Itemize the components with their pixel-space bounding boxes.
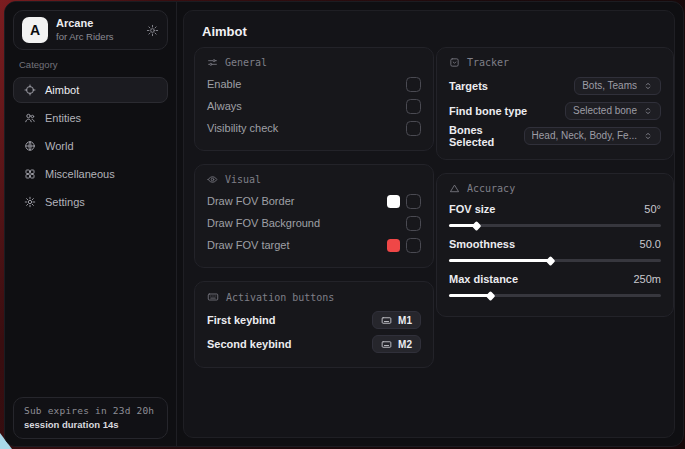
eye-icon <box>207 174 218 185</box>
setting-label: First keybind <box>207 314 275 326</box>
chevrons-up-down-icon <box>643 81 653 91</box>
sidebar-item-settings[interactable]: Settings <box>13 189 168 215</box>
fov-border-color-swatch[interactable] <box>387 195 400 208</box>
setting-row-max-distance: Max distance 250m <box>449 270 661 297</box>
setting-row-visibility-check: Visibility check <box>207 117 421 139</box>
sidebar-item-label: Settings <box>45 196 85 208</box>
visibility-check-checkbox[interactable] <box>406 121 421 136</box>
sidebar: A Arcane for Arc Riders Category <box>5 2 177 446</box>
select-value: Head, Neck, Body, Fe... <box>532 130 637 141</box>
sidebar-item-entities[interactable]: Entities <box>13 105 168 131</box>
gear-icon <box>24 196 36 208</box>
app-name: Arcane <box>56 17 114 31</box>
setting-label: FOV size <box>449 203 495 215</box>
draw-fov-background-checkbox[interactable] <box>406 216 421 231</box>
setting-row-first-keybind: First keybind M1 <box>207 308 421 332</box>
setting-label: Draw FOV target <box>207 239 290 251</box>
setting-row-draw-fov-target: Draw FOV target <box>207 234 421 256</box>
second-keybind-button[interactable]: M2 <box>372 335 421 353</box>
max-distance-slider[interactable] <box>449 294 661 297</box>
keyboard-icon <box>207 291 219 303</box>
always-checkbox[interactable] <box>406 99 421 114</box>
keyboard-icon <box>381 339 392 350</box>
page-title: Aimbot <box>202 24 247 39</box>
keybind-value: M2 <box>398 339 412 350</box>
slider-fill <box>449 259 551 262</box>
left-column: General Enable Always Visibility check <box>194 47 434 368</box>
sidebar-item-label: World <box>45 140 74 152</box>
first-keybind-button[interactable]: M1 <box>372 311 421 329</box>
setting-row-always: Always <box>207 95 421 117</box>
section-title-activation: Activation buttons <box>226 292 334 303</box>
desktop-background: A Arcane for Arc Riders Category <box>0 0 685 449</box>
draw-fov-target-checkbox[interactable] <box>406 238 421 253</box>
slider-value: 250m <box>633 273 661 285</box>
globe-icon <box>24 140 36 152</box>
setting-row-targets: Targets Bots, Teams <box>449 73 661 98</box>
sidebar-nav: Aimbot Entities <box>5 77 176 215</box>
sub-expiry-text: Sub expires in 23d 20h <box>24 405 157 416</box>
users-icon <box>24 112 36 124</box>
crosshair-icon <box>24 84 36 96</box>
section-title-tracker: Tracker <box>467 57 509 68</box>
section-title-accuracy: Accuracy <box>467 183 515 194</box>
setting-row-enable: Enable <box>207 73 421 95</box>
setting-row-bones-selected: Bones Selected Head, Neck, Body, Fe... <box>449 123 661 148</box>
setting-label: Targets <box>449 80 488 92</box>
setting-label: Find bone type <box>449 105 527 117</box>
tracker-box-icon <box>449 57 460 68</box>
setting-row-draw-fov-border: Draw FOV Border <box>207 190 421 212</box>
setting-row-smoothness: Smoothness 50.0 <box>449 235 661 262</box>
smoothness-slider[interactable] <box>449 259 661 262</box>
app-window: A Arcane for Arc Riders Category <box>4 1 684 447</box>
sidebar-item-label: Entities <box>45 112 81 124</box>
sidebar-item-world[interactable]: World <box>13 133 168 159</box>
keyboard-icon <box>381 315 392 326</box>
section-title-general: General <box>225 57 267 68</box>
draw-fov-border-checkbox[interactable] <box>406 194 421 209</box>
setting-label: Bones Selected <box>449 124 524 148</box>
slider-handle[interactable] <box>545 256 555 266</box>
main-panel: Aimbot General Enable <box>183 10 675 438</box>
session-duration-text: session duration 14s <box>24 419 157 430</box>
select-value: Bots, Teams <box>582 80 637 91</box>
sidebar-item-aimbot[interactable]: Aimbot <box>13 77 168 103</box>
chevrons-up-down-icon <box>643 106 653 116</box>
fov-target-color-swatch[interactable] <box>387 239 400 252</box>
sidebar-item-miscellaneous[interactable]: Miscellaneous <box>13 161 168 187</box>
setting-label: Draw FOV Border <box>207 195 294 207</box>
right-column: Tracker Targets Bots, Teams <box>436 47 674 317</box>
slider-handle[interactable] <box>471 221 481 231</box>
setting-label: Enable <box>207 78 241 90</box>
visual-card: Visual Draw FOV Border Draw FOV Backgrou… <box>194 164 434 268</box>
setting-row-fov-size: FOV size 50° <box>449 200 661 227</box>
setting-label: Visibility check <box>207 122 278 134</box>
targets-select[interactable]: Bots, Teams <box>574 77 661 95</box>
chevrons-up-down-icon <box>643 131 653 141</box>
slider-fill <box>449 224 477 227</box>
app-logo: A <box>22 17 48 43</box>
sidebar-item-label: Aimbot <box>45 84 79 96</box>
sidebar-item-label: Miscellaneous <box>45 168 115 180</box>
fov-size-slider[interactable] <box>449 224 661 227</box>
sliders-icon <box>207 57 218 68</box>
section-title-visual: Visual <box>225 174 261 185</box>
slider-fill <box>449 294 491 297</box>
keybind-value: M1 <box>398 315 412 326</box>
setting-label: Smoothness <box>449 238 515 250</box>
gear-icon[interactable] <box>146 24 159 37</box>
setting-label: Second keybind <box>207 338 291 350</box>
slider-value: 50.0 <box>640 238 661 250</box>
slider-handle[interactable] <box>486 291 496 301</box>
tracker-card: Tracker Targets Bots, Teams <box>436 47 674 160</box>
setting-label: Draw FOV Background <box>207 217 320 229</box>
bones-selected-select[interactable]: Head, Neck, Body, Fe... <box>524 127 661 145</box>
find-bone-type-select[interactable]: Selected bone <box>565 102 661 120</box>
accuracy-card: Accuracy FOV size 50° <box>436 173 674 317</box>
subscription-card: Sub expires in 23d 20h session duration … <box>13 397 168 439</box>
triangle-icon <box>449 183 460 194</box>
grid-icon <box>24 168 36 180</box>
select-value: Selected bone <box>573 105 637 116</box>
general-card: General Enable Always Visibility check <box>194 47 434 151</box>
enable-checkbox[interactable] <box>406 77 421 92</box>
